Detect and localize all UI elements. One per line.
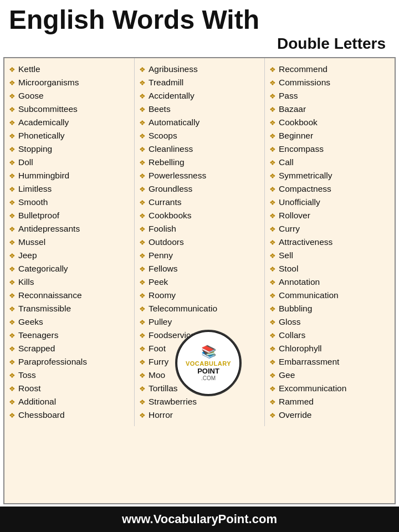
list-item: ❖Bazaar	[269, 103, 392, 116]
word-text: Kettle	[18, 63, 40, 76]
word-text: Telecommunicatio	[149, 302, 217, 315]
diamond-icon: ❖	[9, 330, 16, 341]
diamond-icon: ❖	[269, 144, 276, 155]
list-item: ❖Compactness	[269, 182, 392, 196]
word-text: Geeks	[18, 315, 43, 329]
word-text: Cleanliness	[149, 142, 193, 156]
list-item: ❖Roomy	[139, 289, 262, 302]
list-item: ❖Beginner	[269, 129, 392, 142]
list-item: ❖Smooth	[9, 196, 132, 209]
list-item: ❖Kettle	[9, 63, 132, 76]
diamond-icon: ❖	[139, 410, 146, 421]
word-text: Accidentally	[149, 89, 195, 103]
word-text: Categorically	[18, 262, 68, 275]
word-text: Mussel	[18, 236, 45, 249]
word-text: Gee	[279, 369, 295, 382]
word-text: Collars	[279, 329, 305, 342]
word-text: Cookbooks	[149, 209, 192, 222]
word-text: Stool	[279, 262, 298, 275]
diamond-icon: ❖	[269, 410, 276, 421]
diamond-icon: ❖	[9, 357, 16, 368]
diamond-icon: ❖	[9, 290, 16, 301]
diamond-icon: ❖	[9, 410, 16, 421]
list-item: ❖Geeks	[9, 315, 132, 329]
word-text: Phonetically	[18, 129, 65, 142]
diamond-icon: ❖	[139, 277, 146, 288]
word-text: Annotation	[279, 275, 320, 289]
list-item: ❖Accidentally	[139, 89, 262, 103]
word-text: Subcommittees	[18, 103, 78, 116]
list-item: ❖Gee	[269, 369, 392, 382]
word-text: Fellows	[149, 262, 178, 275]
word-text: Beets	[149, 103, 171, 116]
list-item: ❖Outdoors	[139, 236, 262, 249]
diamond-icon: ❖	[139, 290, 146, 301]
diamond-icon: ❖	[139, 211, 146, 222]
logo-inner: 📚 VOCABULARY POINT .COM	[177, 332, 239, 394]
word-text: Jeep	[18, 249, 37, 262]
word-text: Strawberries	[149, 395, 197, 408]
list-item: ❖Stopping	[9, 142, 132, 156]
word-text: Outdoors	[149, 236, 184, 249]
list-item: ❖Chlorophyll	[269, 342, 392, 355]
diamond-icon: ❖	[9, 370, 16, 381]
logo-point: POINT	[197, 367, 219, 375]
main-title: English Words With	[9, 6, 390, 35]
word-text: Groundless	[149, 182, 192, 196]
list-item: ❖Horror	[139, 408, 262, 422]
diamond-icon: ❖	[139, 317, 146, 328]
diamond-icon: ❖	[139, 330, 146, 341]
word-text: Beginner	[279, 129, 313, 142]
diamond-icon: ❖	[139, 197, 146, 208]
word-text: Recommend	[279, 63, 328, 76]
word-text: Chessboard	[18, 408, 65, 422]
logo-com: .COM	[201, 375, 216, 381]
word-text: Penny	[149, 249, 173, 262]
diamond-icon: ❖	[9, 104, 16, 115]
list-item: ❖Roost	[9, 382, 132, 395]
list-item: ❖Academically	[9, 116, 132, 129]
diamond-icon: ❖	[269, 224, 276, 235]
list-item: ❖Pulley	[139, 315, 262, 329]
column-1: ❖Kettle❖Microorganisms❖Goose❖Subcommitte…	[4, 58, 135, 426]
diamond-icon: ❖	[9, 144, 16, 155]
diamond-icon: ❖	[9, 317, 16, 328]
list-item: ❖Cookbooks	[139, 209, 262, 222]
word-text: Cookbook	[279, 116, 318, 129]
word-text: Roost	[18, 382, 41, 395]
main-content: ❖Kettle❖Microorganisms❖Goose❖Subcommitte…	[3, 57, 396, 504]
diamond-icon: ❖	[139, 224, 146, 235]
diamond-icon: ❖	[9, 157, 16, 168]
list-item: ❖Hummingbird	[9, 169, 132, 182]
list-item: ❖Additional	[9, 395, 132, 408]
word-text: Roomy	[149, 289, 176, 302]
word-text: Encompass	[279, 142, 324, 156]
word-text: Sell	[279, 249, 293, 262]
word-text: Horror	[149, 408, 173, 422]
word-text: Unofficially	[279, 196, 320, 209]
word-text: Chlorophyll	[279, 342, 322, 355]
list-item: ❖Subcommittees	[9, 103, 132, 116]
list-item: ❖Fellows	[139, 262, 262, 275]
list-item: ❖Call	[269, 156, 392, 169]
logo-overlay: 📚 VOCABULARY POINT .COM	[175, 330, 242, 396]
word-text: Kills	[18, 275, 34, 289]
list-item: ❖Toss	[9, 369, 132, 382]
word-text: Symmetrically	[279, 169, 332, 182]
word-text: Attractiveness	[279, 236, 332, 249]
word-text: Automatically	[149, 116, 200, 129]
word-text: Tortillas	[149, 382, 178, 395]
word-text: Treadmill	[149, 76, 183, 89]
list-item: ❖Goose	[9, 89, 132, 103]
list-item: ❖Peek	[139, 275, 262, 289]
diamond-icon: ❖	[269, 277, 276, 288]
list-item: ❖Foolish	[139, 222, 262, 236]
word-text: Paraprofessionals	[18, 355, 87, 369]
word-text: Scoops	[149, 129, 177, 142]
list-item: ❖Symmetrically	[269, 169, 392, 182]
list-item: ❖Encompass	[269, 142, 392, 156]
footer-url: www.VocabularyPoint.com	[122, 512, 277, 526]
diamond-icon: ❖	[139, 78, 146, 89]
diamond-icon: ❖	[9, 197, 16, 208]
diamond-icon: ❖	[9, 64, 16, 75]
